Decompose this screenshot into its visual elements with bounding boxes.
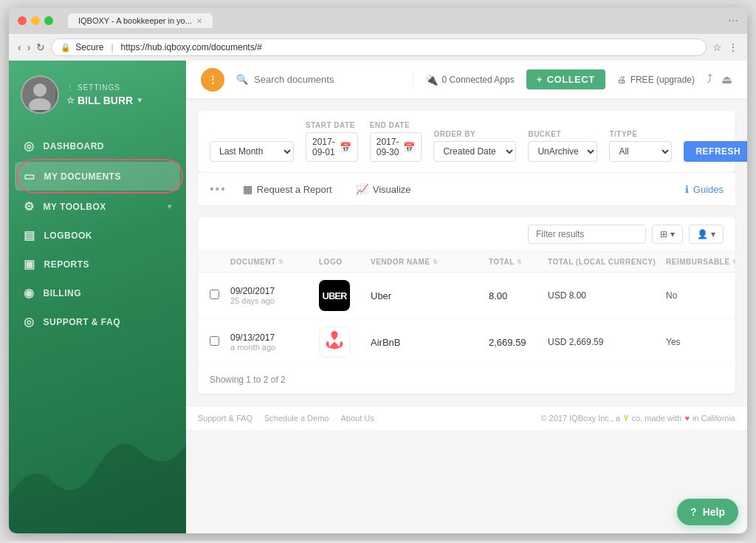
row-reimbursable: No bbox=[666, 290, 735, 301]
footer-right: © 2017 IQBoxy Inc., a Y co, made with ♥ … bbox=[540, 414, 735, 423]
menu-button[interactable]: ⋮ bbox=[201, 68, 224, 92]
toolbox-icon: ⚙ bbox=[24, 199, 35, 214]
sidebar-item-label: BILLING bbox=[44, 288, 82, 298]
sidebar-item-logbook[interactable]: ▤ LOGBOOK bbox=[9, 221, 186, 250]
date-main: 09/20/2017 bbox=[230, 286, 319, 296]
sidebar-item-my-documents[interactable]: ▭ MY DOCUMENTS bbox=[15, 162, 180, 191]
avatar-image bbox=[22, 77, 58, 112]
date-relative: 25 days ago bbox=[230, 296, 319, 305]
settings-dots-icon: ⋮ bbox=[66, 83, 75, 92]
sidebar-item-reports[interactable]: ▣ REPORTS bbox=[9, 250, 186, 279]
schedule-demo-link[interactable]: Schedule a Demo bbox=[264, 414, 329, 423]
topbar-icons: ⤴ ⏏ bbox=[707, 72, 732, 86]
url-value: https://hub.iqboxy.com/documents/# bbox=[121, 42, 262, 52]
order-by-select[interactable]: Created Date Vendor Name Total bbox=[433, 141, 516, 162]
sort-icon-vendor: ⇅ bbox=[433, 259, 439, 265]
browser-tab[interactable]: IQBOXY - A bookkeeper in yo... ✕ bbox=[68, 13, 213, 28]
end-date-label: END DATE bbox=[370, 121, 422, 129]
close-button[interactable] bbox=[18, 16, 27, 25]
table-footer: Showing 1 to 2 of 2 bbox=[198, 366, 735, 394]
th-reimbursable[interactable]: REIMBURSABLE ⇅ bbox=[666, 258, 735, 266]
collect-button[interactable]: + COLLECT bbox=[526, 69, 605, 89]
maximize-button[interactable] bbox=[44, 16, 53, 25]
start-date-value: 2017-09-01 bbox=[312, 137, 335, 157]
th-vendor[interactable]: VENDOR NAME ⇅ bbox=[371, 258, 489, 266]
docs-toolbar: ⊞ ▾ 👤 ▾ bbox=[198, 217, 735, 252]
sidebar: ⋮ SETTINGS ☆ BILL BURR ▼ ◎ DASHBOARD bbox=[9, 61, 186, 533]
th-document[interactable]: DOCUMENT ⇅ bbox=[230, 258, 319, 266]
filter-input[interactable] bbox=[528, 225, 646, 244]
sort-icon: ⇅ bbox=[278, 259, 284, 265]
start-date-picker[interactable]: 2017-09-01 📅 bbox=[306, 132, 358, 162]
chart-icon: 📈 bbox=[356, 183, 368, 195]
dropdown-arrow-icon: ▼ bbox=[136, 96, 143, 104]
reload-button[interactable]: ↻ bbox=[36, 41, 45, 53]
period-select[interactable]: Last Month This Month Last 3 Months bbox=[210, 141, 294, 162]
free-upgrade[interactable]: 🖨 FREE (upgrade) bbox=[617, 75, 695, 85]
logbook-icon: ▤ bbox=[24, 228, 35, 242]
showing-label: Showing 1 to 2 of 2 bbox=[210, 375, 286, 385]
visualize-link[interactable]: 📈 Visualize bbox=[350, 180, 417, 198]
search-input[interactable] bbox=[254, 74, 401, 85]
row-date: 09/20/2017 25 days ago bbox=[230, 286, 319, 305]
star-bookmark-icon[interactable]: ☆ bbox=[712, 41, 722, 53]
browser-menu-icon[interactable]: ⋮ bbox=[728, 41, 738, 53]
t-type-filter-group: T/TYPE All Income Expense bbox=[609, 130, 672, 162]
plug-icon: 🔌 bbox=[425, 74, 438, 86]
calendar-icon[interactable]: 📅 bbox=[340, 142, 351, 153]
heart-icon: ♥ bbox=[684, 414, 690, 423]
new-tab-icon[interactable]: ⋯ bbox=[728, 15, 738, 27]
forward-button[interactable]: › bbox=[27, 41, 31, 53]
row-checkbox-2[interactable] bbox=[210, 336, 230, 348]
search-box: 🔍 bbox=[236, 74, 401, 85]
about-link[interactable]: About Us bbox=[340, 414, 374, 423]
filter-bar: Last Month This Month Last 3 Months STAR… bbox=[198, 111, 735, 172]
share-icon[interactable]: ⤴ bbox=[707, 72, 712, 86]
person-view-button[interactable]: 👤 ▾ bbox=[689, 225, 724, 244]
table-row-airbnb: 09/13/2017 a month ago bbox=[198, 319, 735, 366]
guides-link[interactable]: ℹ Guides bbox=[685, 184, 724, 195]
address-bar[interactable]: 🔒 Secure | https://hub.iqboxy.com/docume… bbox=[51, 38, 707, 56]
th-total[interactable]: TOTAL ⇅ bbox=[489, 258, 548, 266]
svg-point-1 bbox=[33, 83, 47, 97]
star-icon: ☆ bbox=[66, 95, 75, 106]
url-text: Secure bbox=[75, 42, 103, 52]
grid-view-button[interactable]: ⊞ ▾ bbox=[652, 225, 683, 244]
t-type-select[interactable]: All Income Expense bbox=[609, 141, 672, 162]
sidebar-item-support-faq[interactable]: ◎ SUPPORT & FAQ bbox=[9, 307, 186, 336]
calendar-icon-end[interactable]: 📅 bbox=[403, 142, 415, 153]
refresh-button[interactable]: REFRESH bbox=[684, 141, 747, 162]
more-options-button[interactable]: ••• bbox=[210, 182, 225, 196]
help-button[interactable]: ? Help bbox=[677, 499, 738, 525]
request-report-link[interactable]: ▦ Request a Report bbox=[237, 180, 338, 198]
connected-apps[interactable]: 🔌 0 Connected Apps bbox=[425, 74, 515, 86]
table-row: 09/20/2017 25 days ago UBER Uber 8.00 US… bbox=[198, 273, 735, 318]
order-by-filter-group: ORDER BY Created Date Vendor Name Total bbox=[433, 130, 516, 162]
logout-icon[interactable]: ⏏ bbox=[721, 72, 732, 86]
main-content: ⋮ 🔍 🔌 0 Connected Apps + COLLECT 🖨 bbox=[186, 61, 747, 533]
sidebar-profile: ⋮ SETTINGS ☆ BILL BURR ▼ bbox=[9, 61, 186, 126]
checkbox-airbnb[interactable] bbox=[210, 336, 219, 346]
footer-links: Support & FAQ Schedule a Demo About Us bbox=[198, 414, 374, 423]
sidebar-item-dashboard[interactable]: ◎ DASHBOARD bbox=[9, 132, 186, 160]
settings-label[interactable]: ⋮ SETTINGS bbox=[66, 83, 174, 92]
checkbox-uber[interactable] bbox=[210, 290, 219, 299]
back-button[interactable]: ‹ bbox=[18, 41, 21, 53]
sidebar-item-billing[interactable]: ◉ BILLING bbox=[9, 279, 186, 307]
date-relative-2: a month ago bbox=[230, 343, 319, 352]
printer-icon: 🖨 bbox=[617, 75, 626, 85]
sidebar-item-my-toolbox[interactable]: ⚙ MY TOOLBOX ▾ bbox=[9, 192, 186, 221]
row-checkbox[interactable] bbox=[210, 290, 230, 301]
end-date-picker[interactable]: 2017-09-30 📅 bbox=[370, 132, 422, 162]
guides-label: Guides bbox=[693, 184, 724, 195]
info-icon: ℹ bbox=[685, 184, 689, 195]
minimize-button[interactable] bbox=[31, 16, 40, 25]
support-faq-link[interactable]: Support & FAQ bbox=[198, 414, 252, 423]
bucket-select[interactable]: UnArchive Archive bbox=[528, 141, 597, 162]
view-arrow-icon-2: ▾ bbox=[711, 229, 715, 239]
collect-label: COLLECT bbox=[547, 74, 595, 85]
order-by-label: ORDER BY bbox=[433, 130, 516, 138]
tab-close-icon[interactable]: ✕ bbox=[196, 17, 202, 25]
user-name[interactable]: ☆ BILL BURR ▼ bbox=[66, 95, 174, 106]
th-total-local[interactable]: TOTAL (LOCAL CURRENCY) bbox=[548, 258, 666, 266]
